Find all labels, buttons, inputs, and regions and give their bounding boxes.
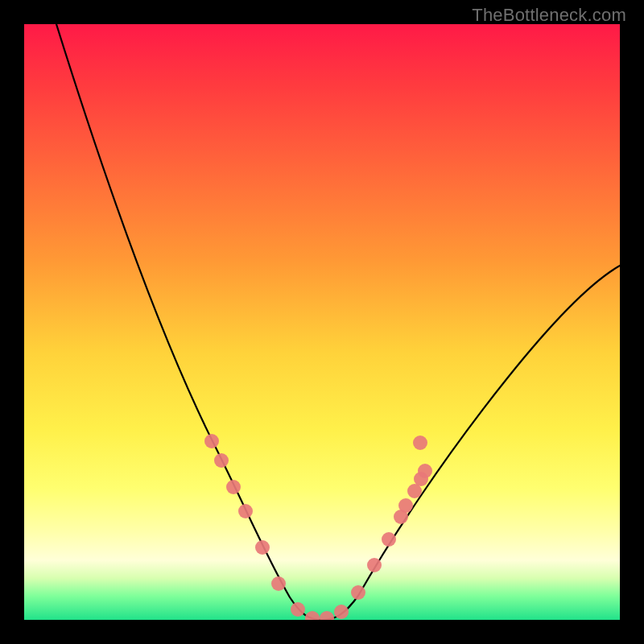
marker-dot	[398, 498, 413, 513]
marker-dot	[255, 540, 270, 555]
marker-dot	[291, 602, 305, 617]
marker-dot	[271, 576, 286, 591]
chart-frame: TheBottleneck.com	[0, 0, 644, 644]
marker-dot	[382, 532, 396, 547]
marker-dot	[367, 558, 382, 572]
marker-dot	[320, 611, 334, 620]
marker-dot	[204, 434, 219, 448]
marker-dot	[413, 436, 427, 450]
marker-dot	[334, 605, 349, 619]
marker-dot	[214, 453, 229, 468]
marker-dot	[418, 464, 432, 478]
marker-dot	[305, 611, 320, 620]
chart-plot-area	[24, 24, 620, 620]
marker-dot	[238, 504, 253, 518]
marker-group	[204, 434, 432, 620]
watermark-text: TheBottleneck.com	[472, 5, 626, 26]
chart-svg	[24, 24, 620, 620]
bottleneck-curve-path	[56, 24, 620, 620]
marker-dot	[351, 585, 365, 600]
marker-dot	[226, 480, 241, 494]
